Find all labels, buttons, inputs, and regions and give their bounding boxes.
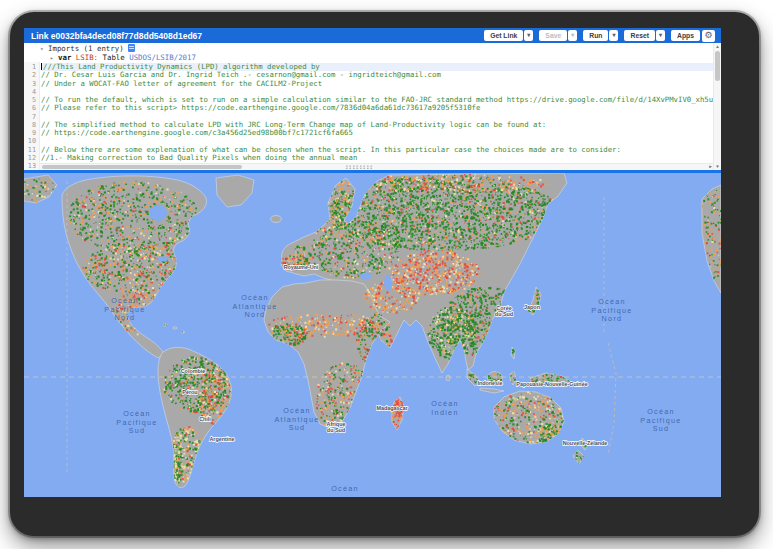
horizontal-scroll-thumb[interactable] (42, 165, 242, 169)
line-number: 7 (24, 113, 39, 121)
code-line[interactable] (41, 137, 713, 145)
code-line[interactable]: ///This Land Productivity Dynamics (LPD)… (41, 63, 713, 71)
line-number: 2 (24, 71, 39, 79)
place-label: Papouasie-Nouvelle-Guinée (516, 381, 587, 387)
line-number: 1 (24, 63, 39, 71)
reset-button[interactable]: Reset (624, 30, 655, 41)
place-label: Japon (524, 304, 540, 310)
import-var-type: Table (103, 53, 125, 62)
collapse-caret-icon[interactable]: ▾ (40, 44, 48, 53)
line-number: 8 (24, 121, 39, 129)
vertical-scroll-thumb[interactable] (715, 51, 720, 81)
code-line[interactable] (41, 88, 713, 96)
gear-icon: ⚙ (704, 31, 712, 40)
line-number: 6 (24, 104, 39, 112)
save-button[interactable]: Save (539, 30, 567, 41)
horizontal-scrollbar[interactable]: ▶ (40, 163, 713, 170)
place-label: Madagascar (376, 405, 408, 411)
scroll-up-icon[interactable]: ▲ (714, 43, 721, 50)
expand-caret-icon[interactable]: ▸ (50, 53, 58, 62)
code-lines[interactable]: ///This Land Productivity Dynamics (LPD)… (41, 62, 713, 170)
reset-button-group: Reset▾ (624, 30, 665, 41)
get-link-button-group: Get Link▾ (484, 30, 533, 41)
place-label: Pérou (182, 389, 197, 395)
line-number: 13 (24, 162, 39, 170)
code-line[interactable]: // Below there are some explenation of w… (41, 146, 713, 154)
map-panel[interactable]: OcéanPacifiqueNordOcéanAtlantiqueNordOcé… (24, 173, 721, 497)
place-label: Coréedu Sud (495, 305, 513, 317)
save-dropdown-caret-icon[interactable]: ▾ (568, 30, 577, 41)
line-number: 11 (24, 146, 39, 154)
code-line[interactable] (41, 113, 713, 121)
code-line[interactable]: // The simplified method to calculate LP… (41, 121, 713, 129)
apps-button-group: Apps (671, 30, 700, 41)
save-button-group: Save▾ (539, 30, 577, 41)
window-frame: Link e0032bfa4decd08f77d8dd5408d1ed67 Ge… (10, 12, 759, 536)
import-var-name: LSIB: (76, 53, 98, 62)
line-number: 9 (24, 129, 39, 137)
line-number: 10 (24, 137, 39, 145)
apps-button[interactable]: Apps (671, 30, 700, 41)
reset-dropdown-caret-icon[interactable]: ▾ (656, 30, 665, 41)
place-label: Indonésie (477, 380, 502, 386)
place-label: Chili (199, 416, 211, 422)
imports-header: Imports (1 entry) (48, 44, 124, 53)
text-caret (41, 63, 42, 70)
scroll-down-icon[interactable]: ▼ (714, 163, 721, 170)
settings-button[interactable]: ⚙ (702, 30, 715, 42)
import-var-value[interactable]: USDOS/LSIB/2017 (129, 53, 196, 62)
place-label: Afriquedu Sud (327, 421, 346, 433)
toolbar: Get Link▾Save▾Run▾Reset▾Apps (484, 30, 700, 41)
place-label: Argentine (209, 436, 234, 442)
var-keyword: var (58, 53, 71, 62)
line-number: 3 (24, 80, 39, 88)
title-bar: Link e0032bfa4decd08f77d8dd5408d1ed67 Ge… (24, 28, 721, 43)
place-label: Colombie (181, 368, 206, 374)
code-line[interactable]: // Please refer to this script> https://… (41, 104, 713, 112)
run-dropdown-caret-icon[interactable]: ▾ (609, 30, 618, 41)
code-line[interactable]: //1.- Making correction to Bad Quality P… (41, 154, 713, 162)
code-line[interactable]: // Under a WOCAT-FAO letter of agreement… (41, 80, 713, 88)
code-line[interactable]: // https://code.earthengine.google.com/c… (41, 129, 713, 137)
earth-engine-window: Link e0032bfa4decd08f77d8dd5408d1ed67 Ge… (24, 28, 721, 497)
code-editor[interactable]: 12345678910111213 ///This Land Productiv… (24, 62, 713, 170)
ocean-label: Océan (331, 484, 359, 493)
world-map[interactable]: OcéanPacifiqueNordOcéanAtlantiqueNordOcé… (24, 173, 721, 497)
imports-panel: ▾Imports (1 entry) ▸var LSIB: Table USDO… (24, 43, 713, 62)
line-number: 12 (24, 154, 39, 162)
code-line[interactable]: // Dr. Cesar Luis Garcia and Dr. Ingrid … (41, 71, 713, 79)
place-label: Nouvelle-Zélande (563, 440, 608, 446)
line-number-gutter: 12345678910111213 (24, 62, 40, 170)
place-label: Royaume-Uni (284, 264, 319, 270)
line-number: 5 (24, 96, 39, 104)
run-button-group: Run▾ (583, 30, 618, 41)
line-number: 4 (24, 88, 39, 96)
vertical-scrollbar[interactable]: ▲ ▼ (713, 43, 721, 170)
splitter-grip-icon[interactable] (345, 165, 373, 169)
import-doc-icon[interactable] (128, 44, 135, 52)
run-button[interactable]: Run (583, 30, 608, 41)
ocean-label: OcéanIndien (431, 399, 459, 417)
get-link-button[interactable]: Get Link (484, 30, 523, 41)
code-line[interactable]: // To run the default, which is set to r… (41, 96, 713, 104)
script-link-label: Link e0032bfa4decd08f77d8dd5408d1ed67 (31, 31, 202, 41)
screenshot-canvas: Link e0032bfa4decd08f77d8dd5408d1ed67 Ge… (0, 0, 773, 549)
get-link-dropdown-caret-icon[interactable]: ▾ (524, 30, 533, 41)
